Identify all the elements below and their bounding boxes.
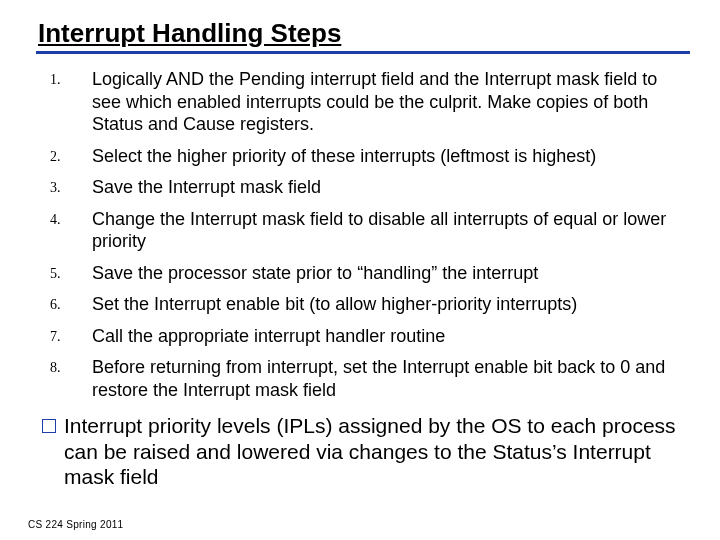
- list-item: Set the Interrupt enable bit (to allow h…: [46, 293, 686, 316]
- step-list: Logically AND the Pending interrupt fiel…: [46, 68, 686, 401]
- title-underline: Interrupt Handling Steps: [36, 18, 690, 54]
- list-item: Change the Interrupt mask field to disab…: [46, 208, 686, 253]
- slide: Interrupt Handling Steps Logically AND t…: [0, 0, 720, 540]
- list-item: Before returning from interrupt, set the…: [46, 356, 686, 401]
- slide-body: Logically AND the Pending interrupt fiel…: [46, 68, 686, 490]
- list-item: Save the Interrupt mask field: [46, 176, 686, 199]
- list-item: Logically AND the Pending interrupt fiel…: [46, 68, 686, 136]
- list-item: Select the higher priority of these inte…: [46, 145, 686, 168]
- square-bullet-icon: [42, 419, 56, 433]
- note-row: Interrupt priority levels (IPLs) assigne…: [42, 413, 682, 490]
- list-item: Save the processor state prior to “handl…: [46, 262, 686, 285]
- note-text: Interrupt priority levels (IPLs) assigne…: [64, 413, 682, 490]
- page-title: Interrupt Handling Steps: [36, 18, 690, 49]
- footer-text: CS 224 Spring 2011: [28, 519, 123, 530]
- list-item: Call the appropriate interrupt handler r…: [46, 325, 686, 348]
